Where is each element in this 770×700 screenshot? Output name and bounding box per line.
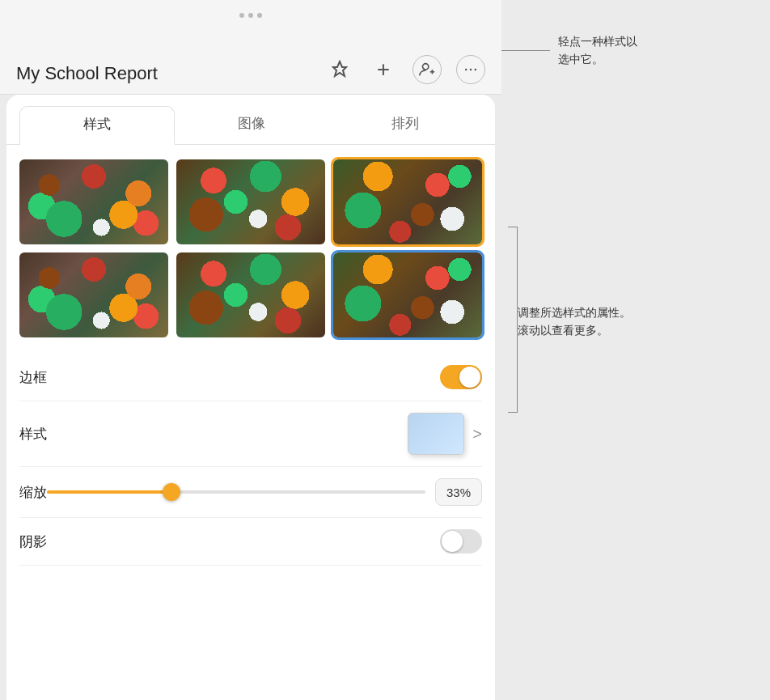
svg-point-3 (465, 69, 468, 71)
zoom-slider-container: 33% (47, 478, 482, 506)
callout-2-text: 调整所选样式的属性。 滚动以查看更多。 (518, 303, 631, 340)
zoom-slider-knob[interactable] (163, 483, 180, 501)
food-img-4 (19, 252, 168, 337)
dot-2 (248, 13, 253, 18)
image-thumb-4[interactable] (19, 252, 168, 337)
image-thumb-6[interactable] (333, 252, 482, 337)
main-panel: 样式 图像 排列 (6, 95, 495, 700)
bracket-top (508, 227, 518, 227)
food-img-2 (176, 159, 325, 244)
tabs: 样式 图像 排列 (6, 95, 495, 145)
add-button[interactable]: + (369, 55, 398, 84)
bracket-container (508, 227, 518, 413)
shadow-toggle[interactable] (440, 529, 482, 554)
shadow-label: 阴影 (19, 532, 47, 551)
toolbar-icons: + (325, 55, 485, 84)
style-label: 样式 (19, 425, 47, 443)
svg-point-4 (470, 69, 472, 71)
callout-1-line (501, 50, 550, 51)
callout-1-text: 轻点一种样式以 选中它。 (550, 32, 637, 69)
image-thumb-1[interactable] (19, 159, 168, 244)
svg-point-0 (423, 64, 429, 70)
app-wrapper: My School Report + (0, 0, 770, 700)
food-img-3 (333, 159, 482, 244)
image-thumb-3[interactable] (333, 159, 482, 244)
chevron-right-icon: > (472, 425, 482, 443)
right-annotations: 轻点一种样式以 选中它。 调整所选样式的属性。 滚动以查看更多。 (501, 0, 770, 700)
border-label: 边框 (19, 368, 47, 387)
title-bar-dots (239, 13, 262, 18)
pin-icon[interactable] (325, 55, 354, 84)
tab-image[interactable]: 图像 (175, 106, 328, 144)
zoom-slider-fill (47, 490, 171, 494)
image-grid (19, 159, 482, 337)
style-preview[interactable]: > (408, 413, 482, 455)
left-panel: My School Report + (0, 0, 501, 700)
zoom-slider-value: 33% (435, 478, 482, 506)
image-thumb-5[interactable] (176, 252, 325, 337)
tab-arrange[interactable]: 排列 (328, 106, 482, 144)
food-img-6 (333, 252, 482, 337)
shadow-property-row: 阴影 (19, 518, 482, 566)
title-bar: My School Report + (0, 0, 501, 95)
style-property-row: 样式 > (19, 401, 482, 467)
callout-1: 轻点一种样式以 选中它。 (501, 32, 637, 69)
border-toggle-knob (459, 367, 480, 388)
document-title: My School Report (16, 63, 325, 84)
style-thumb (408, 413, 464, 455)
bracket-bottom (508, 412, 518, 413)
food-img-5 (176, 252, 325, 337)
tab-style[interactable]: 样式 (19, 106, 175, 145)
border-property-row: 边框 (19, 354, 482, 401)
callout-2: 调整所选样式的属性。 滚动以查看更多。 (518, 303, 631, 340)
dot-3 (257, 13, 262, 18)
content-area: 边框 样式 > 缩放 (6, 145, 495, 579)
border-toggle[interactable] (440, 365, 482, 389)
zoom-property-row: 缩放 33% (19, 467, 482, 518)
more-button[interactable] (456, 55, 485, 84)
image-thumb-2[interactable] (176, 159, 325, 244)
zoom-slider-track[interactable] (47, 490, 425, 494)
shadow-toggle-knob (442, 531, 463, 552)
svg-point-5 (475, 69, 477, 71)
dot-1 (239, 13, 244, 18)
food-img-1 (19, 159, 168, 244)
add-person-button[interactable] (412, 55, 442, 84)
zoom-label: 缩放 (19, 483, 47, 502)
